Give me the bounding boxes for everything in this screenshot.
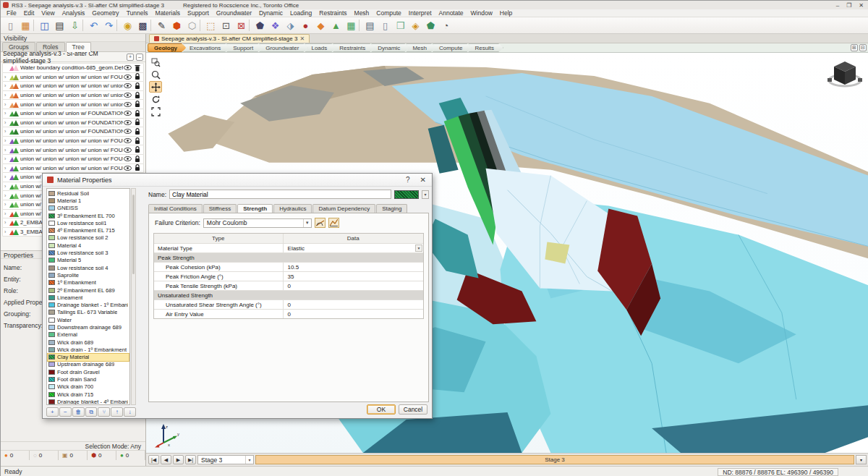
ok-button[interactable]: OK [367,404,396,415]
toolbar-icon[interactable]: ⬟ [423,19,438,33]
tree-row[interactable]: › union w/ union w/ union w/ union w/ FO… [2,136,144,146]
toolbar-icon[interactable]: ⊠ [234,19,249,33]
stage-selector[interactable]: Stage 3 ▾ [197,455,254,464]
toolbar-icon[interactable]: ⬗ [283,19,298,33]
mohr-circle-icon[interactable] [315,218,326,228]
material-list-item[interactable]: 2º Embankment EL 689 [48,286,129,294]
layout-split-icon[interactable]: ⊟ [859,44,867,51]
expander-icon[interactable]: › [4,174,9,179]
toolbar-icon[interactable]: ◉ [120,19,135,33]
lock-icon[interactable] [132,128,142,135]
material-list-item[interactable]: Foot drain Gravel [48,368,129,375]
table-cell-data[interactable]: Elastic ▼ [284,244,423,252]
visibility-eye-icon[interactable] [123,102,132,107]
toolbar-icon[interactable]: ▲ [328,19,344,33]
table-cell-data[interactable]: 0 ▼ [284,281,423,290]
expander-icon[interactable]: › [4,83,9,88]
expander-icon[interactable]: › [4,75,9,80]
menu-item[interactable]: Loading [286,9,315,17]
expander-icon[interactable]: › [4,166,9,171]
stage-nav-button[interactable]: ◀ [161,455,171,464]
pan-icon[interactable] [149,81,162,93]
menu-item[interactable]: Analysis [59,9,89,17]
menu-item[interactable]: Restraints [315,9,350,17]
expander-icon[interactable]: › [4,120,9,125]
workflow-tab[interactable]: Geology [148,43,187,52]
material-list-item[interactable]: Clay Material [48,354,129,361]
workflow-tab[interactable]: Support [226,43,263,52]
toolbar-icon[interactable]: ↶ [86,19,101,33]
material-list-item[interactable]: Low resistance soil 3 [48,249,129,256]
menu-item[interactable]: Annotate [435,9,467,17]
toolbar-icon[interactable]: ▩ [135,19,150,33]
zoom-icon[interactable] [149,69,162,80]
swatch-dropdown-icon[interactable]: ▾ [422,190,429,199]
trash-icon[interactable] [132,64,142,72]
material-list-item[interactable]: Water [48,316,129,323]
rotate-icon[interactable] [149,93,162,105]
toolbar-icon[interactable]: ▯ [378,19,393,33]
view-cube[interactable] [825,59,864,92]
lock-icon[interactable] [132,137,142,145]
material-list-item[interactable]: Material 4 [48,242,129,249]
menu-item[interactable]: View [38,9,58,17]
expander-icon[interactable]: › [4,156,9,161]
workflow-tab[interactable]: Mesh [406,43,436,52]
workflow-tab[interactable]: Restraints [333,43,375,52]
menu-item[interactable]: Geometry [88,9,122,17]
menu-item[interactable]: Interpret [405,9,435,17]
menu-item[interactable]: Support [184,9,213,17]
lock-icon[interactable] [132,156,142,163]
workflow-tab[interactable]: Dynamic [371,43,409,52]
lock-icon[interactable] [132,82,142,90]
tree-row[interactable]: › union w/ union w/ union w/ union w/ un… [2,90,144,101]
dialog-tab[interactable]: Hydraulics [273,204,312,213]
toolbar-icon[interactable]: ❒ [393,19,408,33]
visibility-tab[interactable]: Tree [66,42,91,52]
visibility-eye-icon[interactable] [123,129,132,134]
material-tool-button[interactable]: ↓ [124,407,136,417]
fullscreen-icon[interactable] [149,106,162,117]
toolbar-icon[interactable]: ⬟ [252,19,268,33]
tree-row[interactable]: › union w/ union w/ union w/ FOUNDATION.… [2,109,144,119]
dialog-tab[interactable]: Staging [376,204,407,213]
workflow-tab[interactable]: Groundwater [259,43,308,52]
expander-icon[interactable]: › [4,193,9,198]
cancel-button[interactable]: Cancel [399,404,427,415]
toolbar-icon[interactable]: ◔ [438,19,454,33]
visibility-eye-icon[interactable] [123,156,132,161]
material-name-input[interactable] [169,190,391,199]
tree-row[interactable]: › union w/ union w/ union w/ union w/ FO… [2,72,144,82]
menu-item[interactable]: File [3,9,20,17]
material-tool-button[interactable]: 🗑 [72,407,85,417]
material-list-item[interactable]: 3º Embankment EL 700 [48,212,129,219]
material-list-item[interactable]: 1º Embankment [48,279,129,286]
table-cell-data[interactable]: 0 ▼ [284,310,423,318]
toolbar-icon[interactable]: ◫ [37,19,52,33]
material-list-item[interactable]: Drainage blanket - 4º Embankment dam [48,398,129,405]
visibility-eye-icon[interactable] [123,83,132,88]
workflow-tab[interactable]: Loads [305,43,336,52]
expander-icon[interactable]: › [4,184,9,189]
table-cell-data[interactable]: 0 ▼ [284,300,423,309]
close-button[interactable]: ✕ [859,2,864,9]
material-tool-button[interactable]: + [46,407,59,417]
stage-nav-button[interactable]: ▶ [173,455,184,464]
chevron-down-icon[interactable]: ▼ [415,245,422,252]
tree-row[interactable]: › union w/ union w/ union w/ FOUNDATION.… [2,118,144,128]
material-tool-button[interactable]: ↑ [111,407,123,417]
lock-icon[interactable] [132,110,142,117]
layout-grid-icon[interactable]: ⊞ [851,44,858,51]
zoom-window-icon[interactable] [149,56,162,68]
material-list-item[interactable]: Wick drain 700 [48,383,129,391]
workflow-tab[interactable]: Excavations [183,43,230,52]
visibility-eye-icon[interactable] [123,65,132,70]
visibility-eye-icon[interactable] [123,111,132,116]
lock-icon[interactable] [132,146,142,153]
dialog-tab[interactable]: Stiffness [203,204,237,213]
toolbar-icon[interactable]: ▤ [362,19,378,33]
expand-all-icon[interactable]: + [127,54,134,61]
collapse-all-icon[interactable]: – [136,54,143,61]
menu-item[interactable]: Edit [20,9,38,17]
material-list-item[interactable]: Residual Soil [48,190,129,197]
